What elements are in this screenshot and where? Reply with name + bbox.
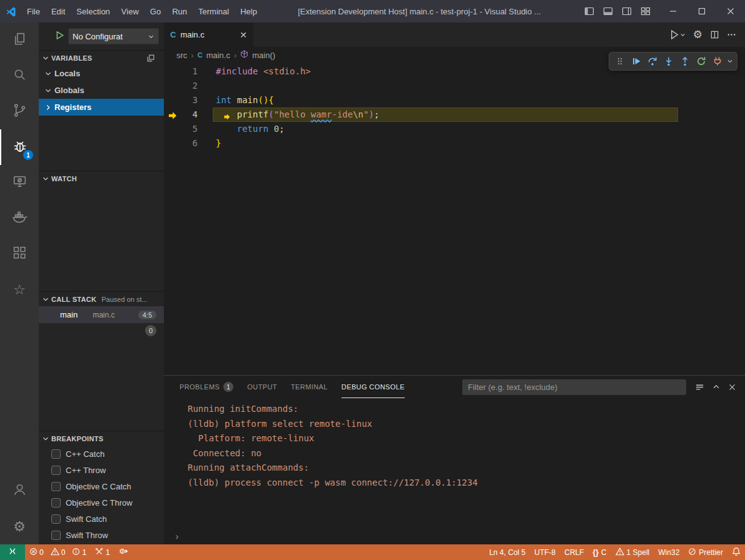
code-line[interactable]: 4 printf("hello wamr-ide\n"); xyxy=(164,108,745,122)
step-over-icon[interactable] xyxy=(644,53,661,69)
variables-scope-registers[interactable]: Registers xyxy=(39,99,164,116)
tab-main-c[interactable]: C main.c ✕ xyxy=(164,22,253,47)
menu-selection[interactable]: Selection xyxy=(71,0,115,22)
variables-scope-locals[interactable]: Locals xyxy=(39,65,164,82)
step-into-icon[interactable] xyxy=(661,53,677,69)
toggle-sidebar-icon[interactable] xyxy=(582,3,596,19)
stack-frame-row[interactable]: main main.c 4:5 xyxy=(39,306,164,323)
breadcrumb-file[interactable]: main.c xyxy=(206,51,230,60)
tab-output[interactable]: OUTPUT xyxy=(247,376,277,398)
problems-status[interactable]: 0 0 1 xyxy=(25,544,91,560)
console-input-row[interactable]: › xyxy=(174,528,745,544)
notifications-bell[interactable] xyxy=(727,544,745,560)
toggle-panel-icon[interactable] xyxy=(601,3,615,19)
menu-view[interactable]: View xyxy=(116,0,144,22)
split-editor-icon[interactable] xyxy=(710,30,719,39)
spell-checker-status[interactable]: 1 Spell xyxy=(611,544,654,560)
toggle-secondary-sidebar-icon[interactable] xyxy=(620,3,634,19)
minimize-button[interactable] xyxy=(659,0,687,22)
code-line-text[interactable]: } xyxy=(213,136,221,151)
breakpoint-checkbox[interactable] xyxy=(51,531,61,540)
debug-console-output[interactable]: Running initCommands: (lldb) platform se… xyxy=(164,398,745,544)
line-number: 1 xyxy=(164,64,213,79)
code-line[interactable]: 6} xyxy=(164,136,745,151)
variables-action-icon[interactable] xyxy=(146,54,155,62)
more-actions-icon[interactable] xyxy=(727,30,736,39)
code-line-text[interactable] xyxy=(213,79,216,93)
activity-search[interactable] xyxy=(0,58,39,94)
tab-debug-console[interactable]: DEBUG CONSOLE xyxy=(342,376,405,398)
menu-file[interactable]: File xyxy=(21,0,46,22)
breakpoint-row[interactable]: Objective C Catch xyxy=(39,478,164,494)
breakpoint-row[interactable]: C++ Throw xyxy=(39,462,164,478)
menu-help[interactable]: Help xyxy=(235,0,263,22)
activity-explorer[interactable] xyxy=(0,22,39,58)
code-line-text[interactable]: int main(){ xyxy=(213,93,274,108)
breakpoint-checkbox[interactable] xyxy=(51,498,61,508)
variables-section-header[interactable]: VARIABLES xyxy=(39,50,164,65)
variables-scope-globals[interactable]: Globals xyxy=(39,82,164,99)
continue-icon[interactable] xyxy=(628,53,644,69)
console-options-icon[interactable] xyxy=(695,382,704,392)
platform-indicator[interactable]: Win32 xyxy=(654,544,684,560)
debug-status[interactable] xyxy=(114,544,133,560)
activity-source-control[interactable] xyxy=(0,94,39,129)
activity-docker[interactable] xyxy=(0,201,39,236)
code-line[interactable]: 5 return 0; xyxy=(164,122,745,136)
breadcrumb-symbol[interactable]: main() xyxy=(252,51,275,60)
code-line-text[interactable]: printf("hello wamr-ide\n"); xyxy=(213,108,379,122)
run-or-debug-icon[interactable] xyxy=(669,29,686,40)
activity-accounts[interactable] xyxy=(0,473,39,509)
remote-indicator[interactable] xyxy=(0,544,25,560)
breakpoint-row[interactable]: C++ Catch xyxy=(39,446,164,462)
tab-terminal[interactable]: TERMINAL xyxy=(291,376,328,398)
close-button[interactable] xyxy=(716,0,745,22)
watch-section-header[interactable]: WATCH xyxy=(39,171,164,186)
activity-star-extension[interactable]: ☆ xyxy=(0,272,39,308)
breakpoint-checkbox[interactable] xyxy=(51,449,61,459)
maximize-panel-icon[interactable] xyxy=(712,382,721,392)
language-mode[interactable]: {} C xyxy=(589,544,611,560)
activity-settings[interactable]: ⚙ xyxy=(0,509,39,544)
breakpoint-row[interactable]: Swift Throw xyxy=(39,527,164,543)
disconnect-icon[interactable] xyxy=(709,53,726,69)
customize-layout-icon[interactable] xyxy=(639,3,652,19)
activity-run-debug[interactable]: 1 xyxy=(0,129,39,165)
gear-icon[interactable]: ⚙ xyxy=(693,29,702,40)
chevron-down-icon[interactable] xyxy=(726,53,734,69)
maximize-button[interactable] xyxy=(687,0,716,22)
encoding-indicator[interactable]: UTF-8 xyxy=(530,544,560,560)
code-line[interactable]: 2 xyxy=(164,79,745,93)
toolbar-drag-handle[interactable] xyxy=(612,53,628,69)
menu-go[interactable]: Go xyxy=(144,0,166,22)
close-panel-icon[interactable] xyxy=(728,382,736,392)
start-debugging-icon[interactable] xyxy=(55,31,64,42)
code-editor[interactable]: 1#include <stdio.h>23int main(){4 printf… xyxy=(164,63,745,375)
tab-problems[interactable]: PROBLEMS 1 xyxy=(180,376,233,398)
step-out-icon[interactable] xyxy=(677,53,693,69)
breakpoints-section-header[interactable]: BREAKPOINTS xyxy=(39,431,164,446)
code-line-text[interactable]: #include <stdio.h> xyxy=(213,64,311,79)
breakpoint-row[interactable]: Objective C Throw xyxy=(39,494,164,511)
breakpoint-checkbox[interactable] xyxy=(51,482,61,491)
breakpoint-row[interactable]: Swift Catch xyxy=(39,511,164,527)
formatter-status[interactable]: Prettier xyxy=(684,544,727,560)
code-line[interactable]: 3int main(){ xyxy=(164,93,745,108)
menu-run[interactable]: Run xyxy=(166,0,193,22)
menu-terminal[interactable]: Terminal xyxy=(193,0,235,22)
debug-config-dropdown[interactable]: No Configurat xyxy=(68,28,159,44)
menu-edit[interactable]: Edit xyxy=(46,0,71,22)
activity-extensions[interactable] xyxy=(0,236,39,272)
restart-icon[interactable] xyxy=(693,53,709,69)
breakpoint-checkbox[interactable] xyxy=(51,466,61,475)
activity-remote-explorer[interactable] xyxy=(0,165,39,201)
call-stack-section-header[interactable]: CALL STACK Paused on st... xyxy=(39,291,164,306)
breadcrumb-folder[interactable]: src xyxy=(176,51,187,60)
breakpoint-checkbox[interactable] xyxy=(51,514,61,524)
close-tab-icon[interactable]: ✕ xyxy=(240,30,247,40)
console-filter-input[interactable] xyxy=(462,379,686,395)
tools-status[interactable]: 1 xyxy=(91,544,114,560)
cursor-position[interactable]: Ln 4, Col 5 xyxy=(485,544,530,560)
frame-name: main xyxy=(60,310,78,319)
eol-indicator[interactable]: CRLF xyxy=(560,544,588,560)
